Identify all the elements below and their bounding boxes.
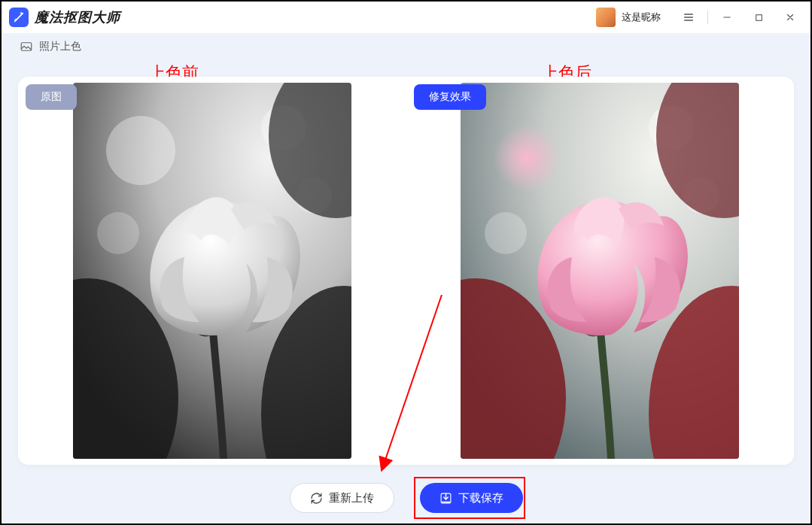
badge-original: 原图 — [26, 84, 77, 110]
app-logo — [9, 8, 29, 27]
breadcrumb: 照片上色 — [2, 33, 810, 60]
action-bar: 重新上传 下载保存 — [2, 483, 810, 513]
window-maximize-button[interactable] — [743, 2, 774, 33]
badge-restored: 修复效果 — [414, 84, 486, 110]
svg-point-3 — [106, 116, 175, 185]
refresh-icon — [310, 492, 323, 505]
reupload-label: 重新上传 — [329, 491, 374, 505]
pane-original: 原图 — [24, 83, 400, 459]
menu-button[interactable] — [673, 2, 704, 33]
wand-icon — [13, 11, 25, 23]
svg-point-6 — [97, 212, 139, 254]
download-icon — [439, 492, 452, 505]
svg-point-11 — [494, 125, 560, 191]
image-icon — [20, 40, 33, 53]
window-minimize-button[interactable] — [711, 2, 743, 33]
top-slot-left — [125, 6, 456, 29]
image-restored — [461, 83, 739, 459]
image-original — [73, 83, 351, 459]
window-close-button[interactable] — [774, 2, 806, 33]
title-bar: 魔法抠图大师 这是昵称 — [2, 2, 810, 33]
close-icon — [785, 12, 795, 23]
divider — [707, 11, 708, 24]
avatar[interactable] — [596, 8, 616, 27]
maximize-icon — [754, 13, 764, 23]
breadcrumb-label: 照片上色 — [39, 40, 81, 53]
app-title: 魔法抠图大师 — [35, 8, 120, 26]
svg-point-14 — [485, 212, 527, 254]
download-label: 下载保存 — [458, 491, 503, 505]
svg-rect-1 — [21, 43, 32, 51]
pane-restored: 修复效果 — [412, 83, 789, 459]
compare-card: 原图 — [18, 77, 794, 465]
reupload-button[interactable]: 重新上传 — [290, 483, 394, 513]
minimize-icon — [722, 12, 732, 23]
hamburger-icon — [683, 11, 695, 23]
download-button[interactable]: 下载保存 — [420, 483, 523, 513]
user-nickname: 这是昵称 — [622, 11, 661, 24]
top-slot-right — [500, 6, 590, 29]
svg-rect-0 — [756, 14, 762, 20]
